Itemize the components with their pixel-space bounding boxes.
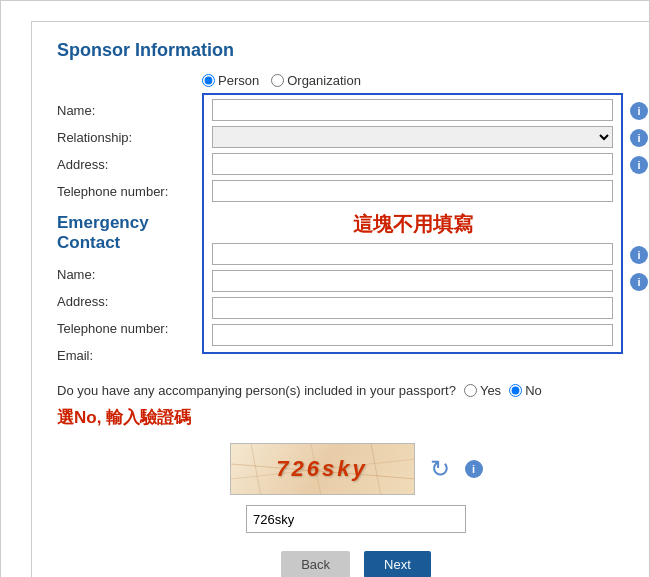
ec-addr-field xyxy=(212,270,613,292)
emergency-section-title: Emergency Contact xyxy=(57,213,149,252)
info-icons-column: i i i i i xyxy=(623,93,650,349)
sponsor-rel-field: Parent Spouse Employer Friend xyxy=(212,126,613,148)
sponsor-type-radio-group: Person Organization xyxy=(202,73,650,88)
ec-name-label-cell: Name: xyxy=(57,261,202,288)
ec-email-label: Email: xyxy=(57,348,93,363)
ec-tel-label: Telephone number: xyxy=(57,321,168,336)
ec-addr-input[interactable] xyxy=(212,270,613,292)
no-radio[interactable] xyxy=(509,384,522,397)
sponsor-name-field xyxy=(212,99,613,121)
next-button[interactable]: Next xyxy=(364,551,431,577)
org-radio-label[interactable]: Organization xyxy=(271,73,361,88)
sponsor-tel-input[interactable] xyxy=(212,180,613,202)
sponsor-addr-field xyxy=(212,153,613,175)
sponsor-name-info-icon[interactable]: i xyxy=(630,102,648,120)
yes-radio-label[interactable]: Yes xyxy=(464,383,501,398)
ec-name-info-icon[interactable]: i xyxy=(630,246,648,264)
ec-name-field xyxy=(212,243,613,265)
highlighted-fields-block: 這塊不用填寫 Parent Spouse Employer Friend xyxy=(202,93,623,354)
ec-email-field xyxy=(212,324,613,346)
captcha-area: 726sky ↻ i xyxy=(57,443,650,533)
no-radio-label[interactable]: No xyxy=(509,383,542,398)
emergency-title-cell: Emergency Contact xyxy=(57,205,202,261)
yes-radio[interactable] xyxy=(464,384,477,397)
org-radio-text: Organization xyxy=(287,73,361,88)
sponsor-name-label: Name: xyxy=(57,103,95,118)
back-button[interactable]: Back xyxy=(281,551,350,577)
sponsor-rel-select[interactable]: Parent Spouse Employer Friend xyxy=(212,126,613,148)
captcha-refresh-icon[interactable]: ↻ xyxy=(425,454,455,484)
ec-name-label: Name: xyxy=(57,267,95,282)
ec-email-input[interactable] xyxy=(212,324,613,346)
sponsor-tel-label: Telephone number: xyxy=(57,184,168,199)
captcha-input[interactable] xyxy=(246,505,466,533)
sponsor-addr-label-cell: Address: xyxy=(57,151,202,178)
yes-label: Yes xyxy=(480,383,501,398)
ec-addr-info-icon[interactable]: i xyxy=(630,273,648,291)
person-radio[interactable] xyxy=(202,74,215,87)
ec-email-label-cell: Email: xyxy=(57,342,202,369)
captcha-image: 726sky xyxy=(230,443,415,495)
accompanying-question: Do you have any accompanying person(s) i… xyxy=(57,383,456,398)
sponsor-rel-label: Relationship: xyxy=(57,130,132,145)
sponsor-addr-label: Address: xyxy=(57,157,108,172)
sponsor-addr-info-icon[interactable]: i xyxy=(630,156,648,174)
no-label: No xyxy=(525,383,542,398)
ec-tel-input[interactable] xyxy=(212,297,613,319)
ec-addr-label: Address: xyxy=(57,294,108,309)
captcha-row: 726sky ↻ i xyxy=(230,443,483,495)
ec-addr-label-cell: Address: xyxy=(57,288,202,315)
accompanying-hint: 選No, 輸入驗證碼 xyxy=(57,406,191,429)
sponsor-name-label-cell: Name: xyxy=(57,97,202,124)
person-radio-text: Person xyxy=(218,73,259,88)
ec-name-input[interactable] xyxy=(212,243,613,265)
captcha-text: 726sky xyxy=(276,456,367,482)
labels-column: Name: Relationship: Address: Telephone n… xyxy=(57,93,202,369)
ec-tel-field xyxy=(212,297,613,319)
person-radio-label[interactable]: Person xyxy=(202,73,259,88)
org-radio[interactable] xyxy=(271,74,284,87)
sponsor-tel-field xyxy=(212,180,613,202)
accompanying-row: Do you have any accompanying person(s) i… xyxy=(57,383,650,429)
sponsor-section-title: Sponsor Information xyxy=(57,40,234,60)
captcha-input-row xyxy=(246,505,466,533)
sponsor-addr-input[interactable] xyxy=(212,153,613,175)
svg-line-4 xyxy=(371,444,381,494)
sponsor-tel-label-cell: Telephone number: xyxy=(57,178,202,205)
sponsor-name-input[interactable] xyxy=(212,99,613,121)
emergency-title-spacer xyxy=(212,207,613,243)
sponsor-rel-label-cell: Relationship: xyxy=(57,124,202,151)
sponsor-rel-info-icon[interactable]: i xyxy=(630,129,648,147)
ec-tel-label-cell: Telephone number: xyxy=(57,315,202,342)
button-row: Back Next xyxy=(57,551,650,577)
svg-line-2 xyxy=(251,444,261,494)
captcha-info-icon[interactable]: i xyxy=(465,460,483,478)
